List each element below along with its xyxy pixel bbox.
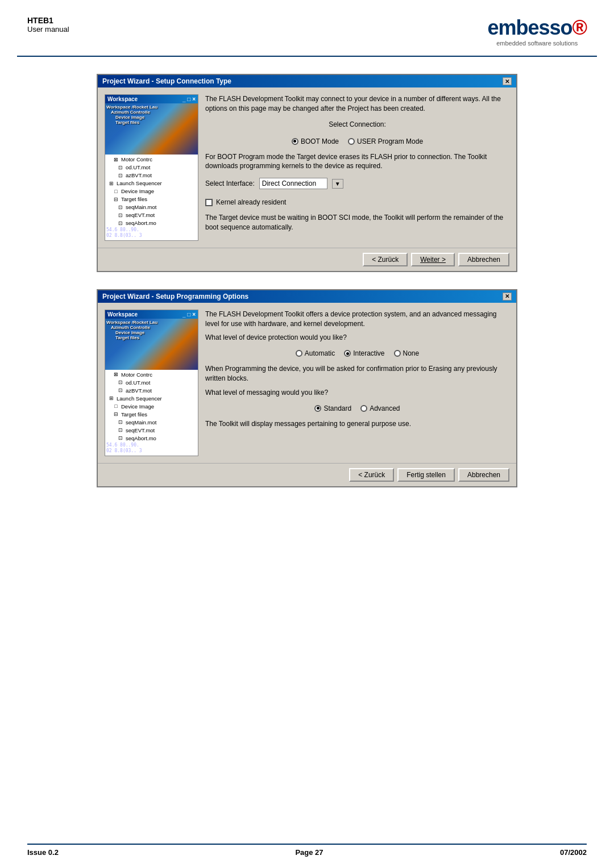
tree-icon: ⊡ — [117, 435, 125, 443]
workspace-tree-1: ⊠Motor Contrc ⊡od.UT.mot ⊡azBVT.mot ⊞Lau… — [105, 155, 198, 240]
protection-radios: Automatic Interactive None — [205, 349, 509, 357]
tree-row: ⊡seqAbort.mo — [115, 435, 197, 443]
interface-dropdown[interactable]: Direct Connection — [259, 178, 327, 189]
tree-icon: ⊡ — [117, 387, 125, 395]
standard-radio-circle[interactable] — [314, 405, 321, 412]
interface-row: Select Interface: Direct Connection ▼ — [205, 178, 509, 189]
dialog-connection-type: Project Wizard - Setup Connection Type ✕… — [97, 74, 517, 272]
tree-row: ⊡seqEVT.mot — [115, 211, 197, 219]
select-connection-label: Select Connection: — [205, 120, 509, 128]
kernel-resident-checkbox[interactable] — [205, 199, 213, 206]
boot-sci-description: The Target device must be waiting in BOO… — [205, 213, 509, 232]
dialog1-next-button[interactable]: Weiter > — [411, 253, 455, 266]
messaging-question: What level of messaging would you like? — [205, 388, 509, 398]
hex-display-1: 54.6 80..90. 02 8.8(03.. 3 — [106, 227, 197, 239]
hex-line: 02 8.8(03.. 3 — [106, 448, 197, 454]
footer-divider — [27, 844, 587, 845]
dialog2-title: Project Wizard - Setup Programming Optio… — [102, 293, 248, 301]
dialog2-back-button[interactable]: < Zurück — [349, 468, 394, 482]
tree-row: ⊡seqEVT.mot — [115, 427, 197, 435]
dialog2-close-button[interactable]: ✕ — [503, 293, 512, 301]
tree-row: ⊡seqAbort.mo — [115, 219, 197, 227]
header-left: HTEB1 User manual — [27, 16, 69, 34]
workspace-overlay-2: Workspace /Rocket Lau Azimuth Controlle … — [106, 320, 157, 340]
boot-mode-radio-circle[interactable] — [292, 138, 298, 145]
tree-icon: ⊟ — [112, 195, 120, 203]
tree-row: ⊡od.UT.mot — [115, 379, 197, 387]
dialog2-titlebar: Project Wizard - Setup Programming Optio… — [98, 290, 516, 303]
dialog2-description: The FLASH Development Toolkit offers a d… — [205, 310, 509, 329]
tree-row: ⊞Launch Sequencer — [106, 395, 197, 403]
dialog1-back-button[interactable]: < Zurück — [363, 253, 408, 266]
automatic-label: Automatic — [305, 349, 335, 357]
advanced-radio[interactable]: Advanced — [360, 404, 400, 412]
workspace-tree-2: ⊠Motor Contrc ⊡od.UT.mot ⊡azBVT.mot ⊞Lau… — [105, 370, 198, 456]
dialog1-description: The FLASH Development Toolkit may connec… — [205, 94, 509, 114]
product-subtitle: User manual — [27, 25, 69, 34]
standard-label: Standard — [323, 404, 351, 412]
tree-row: ⊟Target files — [111, 411, 197, 419]
dialog2-finish-button[interactable]: Fertig stellen — [397, 468, 455, 482]
interactive-radio-circle[interactable] — [344, 350, 351, 357]
protection-question: What level of device protection would yo… — [205, 333, 509, 343]
tree-row: ⊡od.UT.mot — [115, 164, 197, 172]
tree-icon: ⊡ — [117, 427, 125, 435]
tree-row: ⊡azBVT.mot — [115, 387, 197, 395]
hex-line: 54.6 80..90. — [106, 227, 197, 233]
tree-icon: □ — [112, 187, 120, 195]
workspace-titlebar-1: Workspace _ □ × — [105, 95, 198, 103]
tree-row: □Device Image — [111, 187, 197, 195]
none-radio[interactable]: None — [394, 349, 420, 357]
advanced-radio-circle[interactable] — [360, 405, 367, 412]
messaging-description: The Toolkit will display messages pertai… — [205, 419, 509, 429]
boot-description: For BOOT Program mode the Target device … — [205, 152, 509, 172]
page-footer: Issue 0.2 Page 27 07/2002 — [0, 844, 614, 868]
tree-row: ⊠Motor Contrc — [111, 371, 197, 379]
interface-dropdown-arrow[interactable]: ▼ — [332, 179, 343, 189]
kernel-resident-checkbox-row[interactable]: Kernel already resident — [205, 198, 509, 206]
interface-value: Direct Connection — [262, 180, 316, 187]
automatic-radio-circle[interactable] — [296, 350, 302, 357]
dialog1-next-label: Weiter > — [420, 256, 446, 264]
tree-icon: ⊟ — [112, 411, 120, 419]
none-radio-circle[interactable] — [394, 350, 401, 357]
advanced-label: Advanced — [370, 404, 400, 412]
page-content: Project Wizard - Setup Connection Type ✕… — [0, 57, 614, 504]
workspace-panel-2: Workspace _ □ × Workspace /Rocket Lau Az… — [105, 310, 198, 456]
dialog2-cancel-button[interactable]: Abbrechen — [458, 468, 509, 482]
interactive-radio[interactable]: Interactive — [344, 349, 384, 357]
kernel-resident-label: Kernel already resident — [216, 198, 286, 206]
tree-row: ⊡seqMain.mot — [115, 203, 197, 211]
tree-icon: ⊡ — [117, 379, 125, 387]
header-right: embesso® embedded software solutions — [487, 16, 587, 47]
standard-radio[interactable]: Standard — [314, 404, 351, 412]
workspace-controls-1: _ □ × — [182, 96, 196, 102]
hex-display-2: 54.6 80..90. 02 8.8(03.. 3 — [106, 443, 197, 454]
workspace-image-2: Workspace /Rocket Lau Azimuth Controlle … — [105, 319, 198, 370]
tree-icon: ⊞ — [107, 395, 115, 403]
user-mode-label: USER Program Mode — [357, 137, 423, 145]
tree-icon: ⊡ — [117, 203, 125, 211]
tree-row: ⊞Launch Sequencer — [106, 180, 197, 187]
registered-mark: ® — [572, 16, 587, 39]
workspace-image-1: Workspace /Rocket Lau Azimuth Controlle … — [105, 103, 198, 155]
interactive-label: Interactive — [353, 349, 384, 357]
boot-mode-label: BOOT Mode — [301, 137, 339, 145]
automatic-radio[interactable]: Automatic — [296, 349, 335, 357]
dialog1-content: The FLASH Development Toolkit may connec… — [205, 94, 509, 241]
footer-content: Issue 0.2 Page 27 07/2002 — [27, 848, 587, 868]
dialog2-content: The FLASH Development Toolkit offers a d… — [205, 310, 509, 456]
dialog1-close-button[interactable]: ✕ — [503, 77, 512, 85]
hex-line: 54.6 80..90. — [106, 443, 197, 448]
footer-page: Page 27 — [295, 848, 323, 857]
dialog1-footer: < Zurück Weiter > Abbrechen — [98, 248, 516, 271]
select-interface-label: Select Interface: — [205, 180, 255, 187]
tree-icon: ⊡ — [117, 211, 125, 219]
dialog1-cancel-button[interactable]: Abbrechen — [458, 253, 509, 266]
page-header: HTEB1 User manual embesso® embedded soft… — [0, 0, 614, 56]
tree-row: ⊡seqMain.mot — [115, 419, 197, 427]
boot-mode-radio[interactable]: BOOT Mode — [292, 137, 339, 145]
user-mode-radio[interactable]: USER Program Mode — [348, 137, 423, 145]
tree-icon: ⊡ — [117, 419, 125, 427]
user-mode-radio-circle[interactable] — [348, 138, 355, 145]
